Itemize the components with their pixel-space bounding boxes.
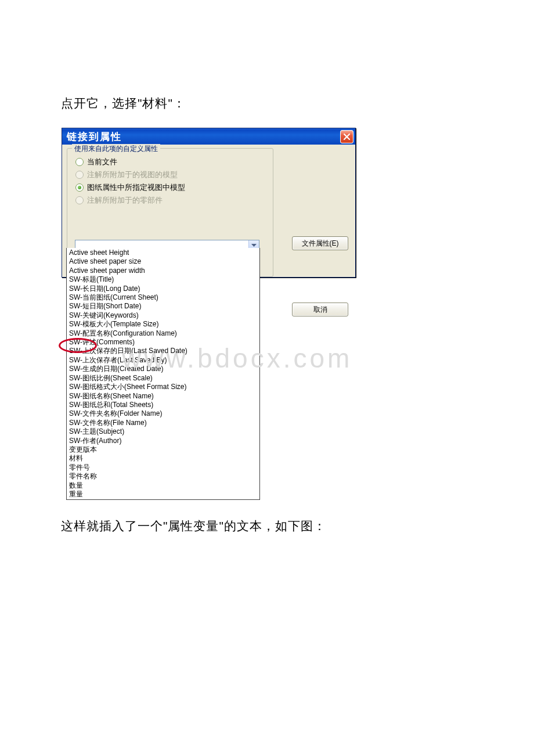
list-item[interactable]: SW-当前图纸(Current Sheet) (67, 293, 259, 302)
list-item[interactable]: Active sheet Height (67, 249, 259, 257)
list-item[interactable]: SW-上次保存者(Last Saved By) (67, 356, 259, 365)
close-icon (344, 134, 350, 140)
list-item[interactable]: SW-主题(Subject) (67, 427, 259, 436)
list-item[interactable]: 重量 (67, 490, 259, 499)
outro-paragraph: 这样就插入了一个"属性变量"的文本，如下图： (61, 518, 326, 534)
list-item-material[interactable]: 材料 (67, 454, 259, 463)
intro-paragraph: 点开它，选择"材料"： (61, 95, 186, 111)
list-item[interactable]: SW-关键词(Keywords) (67, 311, 259, 320)
side-buttons: 文件属性(E) 取消 (292, 236, 348, 369)
list-item[interactable]: SW-短日期(Short Date) (67, 302, 259, 311)
titlebar[interactable]: 链接到属性 (62, 128, 355, 145)
radio-label: 图纸属性中所指定视图中模型 (87, 182, 185, 193)
list-item[interactable]: 零件名称 (67, 472, 259, 481)
list-item[interactable]: SW-图纸格式大小(Sheet Format Size) (67, 383, 259, 391)
chevron-down-icon (251, 244, 257, 247)
list-item[interactable]: SW-图纸比例(Sheet Scale) (67, 374, 259, 383)
file-properties-button[interactable]: 文件属性(E) (292, 236, 348, 250)
radio-icon (75, 183, 84, 192)
radio-label: 当前文件 (87, 157, 117, 167)
radio-label: 注解所附加于的视图的模型 (87, 170, 178, 180)
radio-annotation-view-model: 注解所附加于的视图的模型 (75, 170, 267, 180)
group-legend: 使用来自此项的自定义属性 (72, 144, 160, 154)
radio-label: 注解所附加于的零部件 (87, 195, 163, 206)
link-to-property-dialog: 链接到属性 使用来自此项的自定义属性 当前文件 注解所附加于的视图的模型 图纸属… (62, 128, 356, 278)
list-item[interactable]: SW-上次保存的日期(Last Saved Date) (67, 347, 259, 355)
list-item[interactable]: SW-文件夹名称(Folder Name) (67, 409, 259, 418)
cancel-button[interactable]: 取消 (292, 303, 348, 316)
radio-annotation-component: 注解所附加于的零部件 (75, 195, 267, 206)
list-item[interactable]: SW-作者(Author) (67, 437, 259, 445)
radio-current-file[interactable]: 当前文件 (75, 157, 267, 167)
dialog-body: 使用来自此项的自定义属性 当前文件 注解所附加于的视图的模型 图纸属性中所指定视… (62, 145, 355, 277)
property-listbox[interactable]: Active sheet Height Active sheet paper s… (66, 248, 260, 500)
radio-icon (75, 196, 84, 204)
list-item[interactable]: Active sheet paper width (67, 267, 259, 275)
list-item[interactable]: SW-图纸名称(Sheet Name) (67, 392, 259, 401)
list-item[interactable]: 零件号 (67, 463, 259, 472)
radio-sheet-specified-model[interactable]: 图纸属性中所指定视图中模型 (75, 182, 267, 193)
list-item[interactable]: 变更版本 (67, 445, 259, 454)
list-item[interactable]: SW-生成的日期(Created Date) (67, 365, 259, 373)
list-item[interactable]: SW-模板大小(Template Size) (67, 320, 259, 329)
list-item[interactable]: 数量 (67, 481, 259, 490)
list-item[interactable]: SW-评述(Comments) (67, 338, 259, 347)
dialog-title: 链接到属性 (67, 130, 122, 143)
list-item[interactable]: SW-配置名称(Configuration Name) (67, 329, 259, 338)
list-item[interactable]: SW-标题(Title) (67, 275, 259, 284)
list-item[interactable]: SW-文件名称(File Name) (67, 419, 259, 427)
radio-icon (75, 158, 84, 166)
list-item[interactable]: SW-图纸总和(Total Sheets) (67, 401, 259, 409)
close-button[interactable] (340, 130, 353, 143)
list-item[interactable]: SW-长日期(Long Date) (67, 285, 259, 293)
radio-icon (75, 171, 84, 179)
list-item[interactable]: Active sheet paper size (67, 257, 259, 266)
